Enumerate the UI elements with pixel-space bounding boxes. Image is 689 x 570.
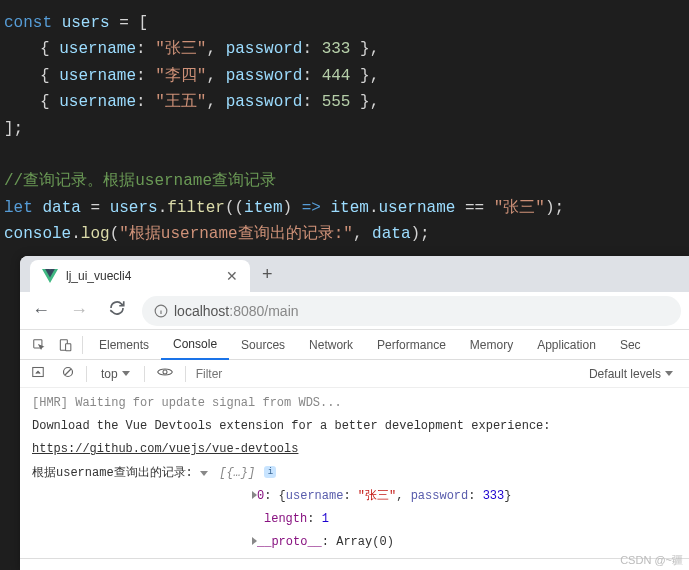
code-line: { username: "张三", password: 333 },	[4, 36, 685, 62]
tab-application[interactable]: Application	[525, 330, 608, 360]
log-line[interactable]: 根据username查询出的记录: [{…}] i	[32, 462, 677, 485]
code-line: //查询记录。根据username查询记录	[4, 168, 685, 194]
clear-icon[interactable]	[56, 364, 80, 383]
tab-title: lj_ui_vuecli4	[66, 269, 218, 283]
devtools-tabs: Elements Console Sources Network Perform…	[20, 330, 689, 360]
code-line: { username: "王五", password: 555 },	[4, 89, 685, 115]
vue-icon	[42, 269, 58, 283]
chevron-down-icon	[665, 371, 673, 376]
tab-network[interactable]: Network	[297, 330, 365, 360]
back-button[interactable]: ←	[28, 296, 54, 325]
info-icon[interactable]	[154, 304, 168, 318]
new-tab-button[interactable]: +	[250, 264, 285, 285]
log-line: Download the Vue Devtools extension for …	[32, 415, 677, 438]
browser-window: lj_ui_vuecli4 ✕ + ← → localhost:8080/mai…	[20, 256, 689, 570]
svg-point-9	[163, 370, 167, 374]
tab-security[interactable]: Sec	[608, 330, 653, 360]
tab-bar: lj_ui_vuecli4 ✕ +	[20, 256, 689, 292]
tab-memory[interactable]: Memory	[458, 330, 525, 360]
log-link-line: https://github.com/vuejs/vue-devtools	[32, 438, 677, 461]
devtools: Elements Console Sources Network Perform…	[20, 330, 689, 570]
tab-console[interactable]: Console	[161, 330, 229, 360]
code-line: ];	[4, 116, 685, 142]
object-row[interactable]: 0: {username: "张三", password: 333}	[32, 485, 677, 508]
inspect-icon[interactable]	[26, 334, 52, 356]
levels-selector[interactable]: Default levels	[589, 367, 683, 381]
collapse-icon	[200, 471, 208, 476]
device-icon[interactable]	[52, 334, 78, 356]
info-badge-icon[interactable]: i	[264, 466, 276, 478]
forward-button[interactable]: →	[66, 296, 92, 325]
url-text: localhost:8080/main	[174, 302, 299, 320]
console-prompt[interactable]: >	[20, 558, 689, 570]
tab-elements[interactable]: Elements	[87, 330, 161, 360]
devtools-link[interactable]: https://github.com/vuejs/vue-devtools	[32, 442, 298, 456]
proto-row[interactable]: __proto__: Array(0)	[32, 531, 677, 554]
nav-bar: ← → localhost:8080/main	[20, 292, 689, 330]
code-line: console.log("根据username查询出的记录:", data);	[4, 221, 685, 247]
tab-performance[interactable]: Performance	[365, 330, 458, 360]
code-line: let data = users.filter((item) => item.u…	[4, 195, 685, 221]
watermark: CSDN @~疆	[620, 553, 683, 568]
length-row: length: 1	[32, 508, 677, 531]
browser-tab[interactable]: lj_ui_vuecli4 ✕	[30, 260, 250, 292]
code-line	[4, 142, 685, 168]
svg-line-8	[65, 369, 71, 375]
context-selector[interactable]: top	[93, 367, 138, 381]
address-bar[interactable]: localhost:8080/main	[142, 296, 681, 326]
close-icon[interactable]: ✕	[226, 268, 238, 284]
tab-sources[interactable]: Sources	[229, 330, 297, 360]
reload-button[interactable]	[104, 295, 130, 326]
toggle-drawer-icon[interactable]	[26, 364, 50, 383]
code-line: { username: "李四", password: 444 },	[4, 63, 685, 89]
svg-rect-5	[66, 343, 71, 350]
code-editor: const users = [ { username: "张三", passwo…	[0, 0, 689, 258]
live-expression-icon[interactable]	[151, 366, 179, 381]
console-toolbar: top Default levels	[20, 360, 689, 388]
log-line: [HMR] Waiting for update signal from WDS…	[32, 392, 677, 415]
chevron-down-icon	[122, 371, 130, 376]
console-output: [HMR] Waiting for update signal from WDS…	[20, 388, 689, 558]
code-line: const users = [	[4, 10, 685, 36]
filter-input[interactable]	[192, 365, 432, 383]
